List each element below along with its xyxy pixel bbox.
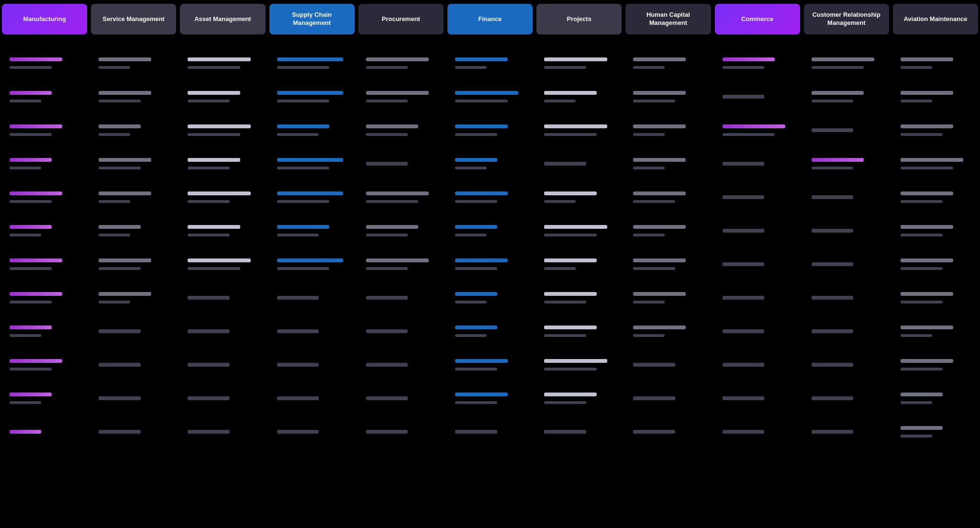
cell-finance-3 xyxy=(445,115,535,148)
cell-manufacturing-7 xyxy=(0,249,89,282)
cell-service-11 xyxy=(89,383,178,416)
cell-procurement-5 xyxy=(356,182,445,215)
cell-finance-1 xyxy=(445,48,535,81)
cell-commerce-4 xyxy=(713,148,802,182)
data-row xyxy=(0,182,980,215)
cell-service-4 xyxy=(89,148,178,182)
cell-hcm-9 xyxy=(624,316,713,349)
cell-hcm-5 xyxy=(624,182,713,215)
data-row xyxy=(0,349,980,383)
cell-crm-12 xyxy=(802,416,891,450)
cell-commerce-1 xyxy=(713,48,802,81)
data-row xyxy=(0,115,980,148)
cell-supply-12 xyxy=(267,416,356,450)
cell-manufacturing-10 xyxy=(0,349,89,383)
cell-projects-7 xyxy=(535,249,624,282)
cell-supply-4 xyxy=(267,148,356,182)
cell-manufacturing-4 xyxy=(0,148,89,182)
cell-service-6 xyxy=(89,215,178,249)
cell-commerce-8 xyxy=(713,282,802,316)
cell-asset-11 xyxy=(178,383,267,416)
cell-finance-5 xyxy=(445,182,535,215)
cell-projects-3 xyxy=(535,115,624,148)
cell-hcm-11 xyxy=(624,383,713,416)
cell-procurement-3 xyxy=(356,115,445,148)
cell-aviation-5 xyxy=(891,182,980,215)
cell-projects-12 xyxy=(535,416,624,450)
cell-aviation-9 xyxy=(891,316,980,349)
cell-procurement-6 xyxy=(356,215,445,249)
cell-crm-6 xyxy=(802,215,891,249)
data-row xyxy=(0,81,980,115)
cell-procurement-10 xyxy=(356,349,445,383)
cell-manufacturing-2 xyxy=(0,81,89,115)
cell-supply-5 xyxy=(267,182,356,215)
cell-projects-11 xyxy=(535,383,624,416)
cell-procurement-7 xyxy=(356,249,445,282)
cell-finance-9 xyxy=(445,316,535,349)
tab-commerce[interactable]: Commerce xyxy=(715,4,800,34)
cell-commerce-3 xyxy=(713,115,802,148)
cell-projects-6 xyxy=(535,215,624,249)
tab-projects[interactable]: Projects xyxy=(536,4,622,34)
cell-finance-6 xyxy=(445,215,535,249)
tab-aviation[interactable]: Aviation Maintenance xyxy=(893,4,978,34)
cell-commerce-10 xyxy=(713,349,802,383)
cell-projects-2 xyxy=(535,81,624,115)
cell-projects-8 xyxy=(535,282,624,316)
cell-procurement-2 xyxy=(356,81,445,115)
tab-manufacturing[interactable]: Manufacturing xyxy=(2,4,87,34)
cell-commerce-5 xyxy=(713,182,802,215)
content-area xyxy=(0,38,980,460)
cell-service-10 xyxy=(89,349,178,383)
cell-procurement-9 xyxy=(356,316,445,349)
cell-crm-2 xyxy=(802,81,891,115)
cell-finance-4 xyxy=(445,148,535,182)
cell-asset-10 xyxy=(178,349,267,383)
tab-asset-management[interactable]: Asset Management xyxy=(180,4,265,34)
tab-procurement[interactable]: Procurement xyxy=(358,4,444,34)
cell-manufacturing-8 xyxy=(0,282,89,316)
cell-supply-11 xyxy=(267,383,356,416)
cell-service-8 xyxy=(89,282,178,316)
cell-finance-7 xyxy=(445,249,535,282)
tab-supply-chain[interactable]: Supply Chain Management xyxy=(269,4,355,34)
cell-supply-1 xyxy=(267,48,356,81)
cell-procurement-11 xyxy=(356,383,445,416)
cell-procurement-1 xyxy=(356,48,445,81)
cell-commerce-12 xyxy=(713,416,802,450)
cell-service-2 xyxy=(89,81,178,115)
cell-projects-1 xyxy=(535,48,624,81)
cell-finance-11 xyxy=(445,383,535,416)
cell-finance-12 xyxy=(445,416,535,450)
cell-aviation-8 xyxy=(891,282,980,316)
cell-aviation-10 xyxy=(891,349,980,383)
cell-aviation-4 xyxy=(891,148,980,182)
tab-service-management[interactable]: Service Management xyxy=(91,4,176,34)
cell-asset-6 xyxy=(178,215,267,249)
cell-manufacturing-1 xyxy=(0,48,89,81)
cell-supply-10 xyxy=(267,349,356,383)
cell-procurement-12 xyxy=(356,416,445,450)
cell-hcm-12 xyxy=(624,416,713,450)
cell-hcm-10 xyxy=(624,349,713,383)
cell-manufacturing-3 xyxy=(0,115,89,148)
tab-finance[interactable]: Finance xyxy=(447,4,533,34)
cell-aviation-2 xyxy=(891,81,980,115)
cell-finance-8 xyxy=(445,282,535,316)
cell-supply-3 xyxy=(267,115,356,148)
data-row xyxy=(0,416,980,450)
cell-service-9 xyxy=(89,316,178,349)
cell-supply-9 xyxy=(267,316,356,349)
cell-hcm-6 xyxy=(624,215,713,249)
cell-manufacturing-5 xyxy=(0,182,89,215)
tab-human-capital[interactable]: Human Capital Management xyxy=(625,4,711,34)
cell-aviation-1 xyxy=(891,48,980,81)
cell-crm-9 xyxy=(802,316,891,349)
cell-service-3 xyxy=(89,115,178,148)
tab-crm[interactable]: Customer Relationship Management xyxy=(804,4,889,34)
cell-manufacturing-11 xyxy=(0,383,89,416)
cell-hcm-2 xyxy=(624,81,713,115)
cell-asset-4 xyxy=(178,148,267,182)
cell-asset-7 xyxy=(178,249,267,282)
